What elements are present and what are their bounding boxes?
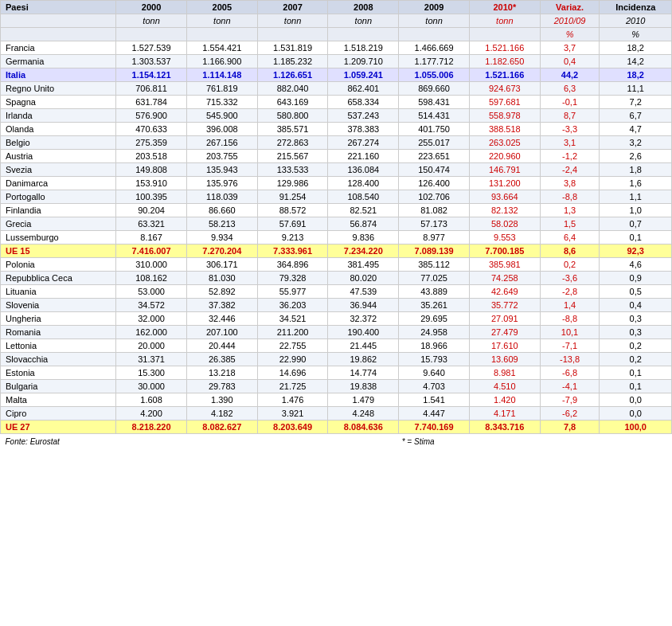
cell-2008: 9.836 <box>328 231 399 245</box>
cell-2009: 401.750 <box>399 123 470 136</box>
cell-2009: 8.977 <box>399 231 470 245</box>
cell-2010: 1.521.166 <box>469 41 540 55</box>
cell-2000: 63.321 <box>116 217 187 231</box>
footer-note: * = Stima <box>399 434 672 448</box>
cell-2000: 8.167 <box>116 231 187 245</box>
cell-2009: 126.400 <box>399 177 470 190</box>
cell-2008: 21.445 <box>328 339 399 353</box>
cell-2010: 82.132 <box>469 204 540 217</box>
cell-2008: 537.243 <box>328 109 399 123</box>
cell-2008: 1.479 <box>328 393 399 407</box>
cell-2000: 53.000 <box>116 285 187 299</box>
cell-2000: 108.162 <box>116 272 187 285</box>
cell-2008: 267.274 <box>328 136 399 150</box>
cell-2008: 19.862 <box>328 353 399 366</box>
cell-2008: 128.400 <box>328 177 399 190</box>
cell-name: UE 15 <box>1 245 116 258</box>
col-header-2009: 2009 <box>399 1 470 14</box>
cell-2007: 36.203 <box>257 299 328 312</box>
cell-name: Romania <box>1 326 116 339</box>
cell-2000: 30.000 <box>116 380 187 393</box>
cell-2007: 364.896 <box>257 258 328 272</box>
cell-2005: 8.082.627 <box>186 421 257 434</box>
table-row: Slovenia34.57237.38236.20336.94435.26135… <box>1 299 672 312</box>
cell-2000: 310.000 <box>116 258 187 272</box>
cell-incidenza: 18,2 <box>600 68 672 82</box>
cell-2000: 34.572 <box>116 299 187 312</box>
cell-2010: 27.479 <box>469 326 540 339</box>
table-row: Grecia63.32158.21357.69156.87457.17358.0… <box>1 217 672 231</box>
cell-2007: 79.328 <box>257 272 328 285</box>
cell-2007: 57.691 <box>257 217 328 231</box>
cell-2009: 1.055.006 <box>399 68 470 82</box>
cell-2010: 1.420 <box>469 393 540 407</box>
cell-2007: 55.977 <box>257 285 328 299</box>
cell-2005: 545.900 <box>186 109 257 123</box>
cell-2005: 7.270.204 <box>186 245 257 258</box>
cell-2000: 7.416.007 <box>116 245 187 258</box>
cell-variaz: 3,8 <box>540 177 600 190</box>
cell-2009: 1.177.712 <box>399 55 470 68</box>
subheader2-2000 <box>116 28 187 41</box>
cell-incidenza: 0,1 <box>600 231 672 245</box>
cell-incidenza: 0,3 <box>600 326 672 339</box>
header-row-main: Paesi 2000 2005 2007 2008 2009 2010* Var… <box>1 1 672 14</box>
subheader2-2007 <box>257 28 328 41</box>
cell-variaz: 10,1 <box>540 326 600 339</box>
cell-2007: 1.126.651 <box>257 68 328 82</box>
cell-2010: 146.791 <box>469 163 540 177</box>
cell-2007: 580.800 <box>257 109 328 123</box>
cell-2005: 32.446 <box>186 312 257 326</box>
cell-variaz: 44,2 <box>540 68 600 82</box>
cell-2000: 1.608 <box>116 393 187 407</box>
cell-name: Danimarca <box>1 177 116 190</box>
cell-2008: 32.372 <box>328 312 399 326</box>
header-row-sub2: % % <box>1 28 672 41</box>
cell-2000: 706.811 <box>116 82 187 96</box>
cell-variaz: -7,9 <box>540 393 600 407</box>
subheader-2010: tonn <box>469 14 540 28</box>
cell-2008: 4.248 <box>328 407 399 421</box>
cell-2007: 1.531.819 <box>257 41 328 55</box>
cell-2008: 190.400 <box>328 326 399 339</box>
col-header-incidenza: Incidenza <box>600 1 672 14</box>
cell-name: Olanda <box>1 123 116 136</box>
cell-2007: 34.521 <box>257 312 328 326</box>
table-row: Romania162.000207.100211.200190.40024.95… <box>1 326 672 339</box>
cell-incidenza: 4,7 <box>600 123 672 136</box>
cell-2005: 135.976 <box>186 177 257 190</box>
cell-name: Italia <box>1 68 116 82</box>
cell-2007: 3.921 <box>257 407 328 421</box>
cell-2010: 1.521.166 <box>469 68 540 82</box>
cell-2005: 396.008 <box>186 123 257 136</box>
cell-2000: 1.303.537 <box>116 55 187 68</box>
cell-2005: 4.182 <box>186 407 257 421</box>
cell-incidenza: 1,6 <box>600 177 672 190</box>
cell-2007: 385.571 <box>257 123 328 136</box>
cell-2005: 58.213 <box>186 217 257 231</box>
cell-incidenza: 0,9 <box>600 272 672 285</box>
cell-incidenza: 100,0 <box>600 421 672 434</box>
cell-variaz: -2,8 <box>540 285 600 299</box>
cell-name: Slovenia <box>1 299 116 312</box>
cell-incidenza: 0,1 <box>600 366 672 380</box>
cell-2005: 29.783 <box>186 380 257 393</box>
table-row: Lettonia20.00020.44422.75521.44518.96617… <box>1 339 672 353</box>
col-header-2008: 2008 <box>328 1 399 14</box>
cell-2007: 8.203.649 <box>257 421 328 434</box>
cell-2010: 9.553 <box>469 231 540 245</box>
cell-2008: 7.234.220 <box>328 245 399 258</box>
cell-2005: 13.218 <box>186 366 257 380</box>
subheader-2009: tonn <box>399 14 470 28</box>
footer-row: Fonte: Eurostat * = Stima <box>1 434 672 448</box>
cell-2007: 133.533 <box>257 163 328 177</box>
cell-2000: 153.910 <box>116 177 187 190</box>
cell-2008: 8.084.636 <box>328 421 399 434</box>
subheader-incidenza: 2010 <box>600 14 672 28</box>
subheader2-2008 <box>328 28 399 41</box>
cell-incidenza: 92,3 <box>600 245 672 258</box>
subheader2-2005 <box>186 28 257 41</box>
cell-incidenza: 0,0 <box>600 393 672 407</box>
cell-2000: 149.808 <box>116 163 187 177</box>
cell-2007: 643.169 <box>257 96 328 109</box>
